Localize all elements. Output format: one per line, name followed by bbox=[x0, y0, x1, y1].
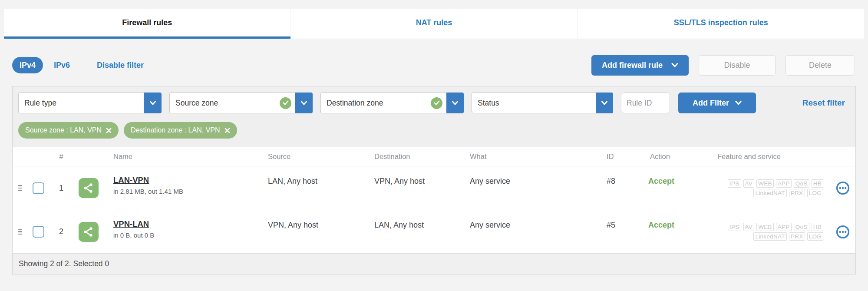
add-filter-label: Add Filter bbox=[693, 99, 729, 108]
rule-id-cell: #5 bbox=[603, 210, 647, 230]
traffic-share-icon bbox=[79, 178, 99, 198]
chip-label: Source zone : LAN, VPN bbox=[25, 126, 102, 134]
filter-applied-check-icon bbox=[280, 97, 291, 109]
close-icon[interactable] bbox=[224, 128, 230, 133]
feature-badge: AV bbox=[743, 179, 755, 188]
drag-handle[interactable] bbox=[13, 226, 27, 238]
rule-name-link[interactable]: LAN-VPN bbox=[113, 175, 149, 185]
feature-and-service-cell: IPS AV WEB APP QoS HB LinkedNAT PRX LOG bbox=[714, 179, 855, 197]
ellipsis-menu-icon bbox=[835, 225, 850, 239]
ipv6-toggle[interactable]: IPv6 bbox=[54, 61, 70, 70]
row-menu-button[interactable] bbox=[835, 225, 850, 239]
source-zone-filter-dropdown[interactable]: Source zone bbox=[169, 93, 313, 113]
destination-cell: VPN, Any host bbox=[371, 166, 466, 186]
dropdown-value: Destination zone bbox=[320, 93, 446, 113]
feature-badges: IPS AV WEB APP QoS HB LinkedNAT PRX LOG bbox=[714, 179, 823, 197]
disable-filter-link[interactable]: Disable filter bbox=[97, 61, 144, 70]
rule-traffic-stats: in 2.81 MB, out 1.41 MB bbox=[113, 188, 264, 195]
dropdown-open-button[interactable] bbox=[144, 93, 162, 113]
feature-badge: LinkedNAT bbox=[753, 189, 786, 197]
tab-label: NAT rules bbox=[416, 18, 452, 27]
header-name: Name bbox=[104, 152, 264, 161]
rule-icon-cell bbox=[73, 222, 104, 242]
row-menu-button[interactable] bbox=[835, 181, 850, 195]
tab-nat-rules[interactable]: NAT rules bbox=[290, 9, 578, 39]
dropdown-open-button[interactable] bbox=[295, 93, 313, 113]
chip-label: Destination zone : LAN, VPN bbox=[131, 126, 220, 134]
ellipsis-menu-icon bbox=[835, 181, 850, 195]
dropdown-label: Rule type bbox=[24, 99, 56, 108]
source-cell: LAN, Any host bbox=[264, 166, 371, 186]
row-number: 1 bbox=[49, 184, 73, 193]
header-number: # bbox=[49, 152, 73, 161]
drag-handle-icon bbox=[17, 182, 24, 194]
reset-filter-link[interactable]: Reset filter bbox=[802, 98, 845, 108]
feature-badge: LinkedNAT bbox=[753, 232, 786, 241]
feature-badge: HB bbox=[812, 223, 823, 231]
destination-zone-filter-chip[interactable]: Destination zone : LAN, VPN bbox=[124, 122, 237, 139]
dropdown-label: Destination zone bbox=[327, 99, 383, 108]
header-destination: Destination bbox=[371, 152, 466, 161]
dropdown-label: Status bbox=[478, 99, 499, 108]
feature-badge: PRX bbox=[789, 232, 805, 241]
add-firewall-rule-button[interactable]: Add firewall rule bbox=[591, 55, 689, 76]
table-row: 2 VPN-LAN in 0 B, out 0 B VPN, Any host … bbox=[13, 210, 855, 253]
source-cell: VPN, Any host bbox=[264, 210, 371, 230]
dropdown-open-button[interactable] bbox=[596, 93, 613, 113]
tab-ssl-tls-inspection-rules[interactable]: SSL/TLS inspection rules bbox=[577, 9, 864, 39]
dropdown-open-button[interactable] bbox=[446, 93, 464, 113]
rule-name-cell: VPN-LAN in 0 B, out 0 B bbox=[104, 210, 264, 239]
feature-badge: WEB bbox=[756, 223, 774, 231]
dropdown-value: Source zone bbox=[169, 93, 295, 113]
feature-badge: LOG bbox=[807, 189, 823, 197]
row-checkbox[interactable] bbox=[33, 226, 44, 238]
add-filter-button[interactable]: Add Filter bbox=[678, 93, 756, 113]
feature-badges: IPS AV WEB APP QoS HB LinkedNAT PRX LOG bbox=[714, 223, 823, 241]
row-checkbox[interactable] bbox=[33, 182, 44, 194]
chevron-down-icon bbox=[671, 63, 678, 67]
chevron-down-icon bbox=[301, 101, 307, 105]
feature-badge: AV bbox=[743, 223, 755, 231]
ipv4-toggle[interactable]: IPv4 bbox=[12, 57, 43, 73]
filter-bar: Rule type Source zone bbox=[13, 86, 855, 147]
firewall-rules-panel: Rule type Source zone bbox=[12, 86, 856, 274]
what-cell: Any service bbox=[466, 166, 603, 186]
chevron-down-icon bbox=[452, 101, 458, 105]
header-source: Source bbox=[264, 152, 371, 161]
rule-id-input[interactable] bbox=[621, 93, 670, 113]
rule-type-filter-dropdown[interactable]: Rule type bbox=[18, 93, 162, 113]
rule-traffic-stats: in 0 B, out 0 B bbox=[113, 231, 264, 239]
tab-label: SSL/TLS inspection rules bbox=[674, 18, 768, 27]
rule-name-link[interactable]: VPN-LAN bbox=[113, 219, 149, 229]
disable-button[interactable]: Disable bbox=[699, 55, 776, 76]
active-filter-chips: Source zone : LAN, VPN Destination zone … bbox=[18, 122, 849, 139]
rule-icon-cell bbox=[73, 178, 104, 198]
add-firewall-rule-label: Add firewall rule bbox=[602, 61, 663, 70]
table-header-row: # Name Source Destination What ID Action… bbox=[13, 147, 855, 166]
feature-badge: WEB bbox=[756, 179, 774, 188]
close-icon[interactable] bbox=[106, 128, 112, 133]
firewall-rules-page: Firewall rules NAT rules SSL/TLS inspect… bbox=[0, 9, 868, 291]
dropdown-value: Status bbox=[472, 93, 596, 113]
destination-zone-filter-dropdown[interactable]: Destination zone bbox=[320, 93, 464, 113]
source-zone-filter-chip[interactable]: Source zone : LAN, VPN bbox=[18, 122, 119, 139]
drag-handle[interactable] bbox=[13, 182, 27, 194]
row-number: 2 bbox=[49, 227, 73, 236]
header-what: What bbox=[466, 152, 603, 161]
row-select-cell bbox=[27, 182, 49, 194]
delete-button[interactable]: Delete bbox=[785, 55, 855, 76]
header-feature-and-service: Feature and service bbox=[714, 152, 855, 161]
feature-badge: QoS bbox=[794, 179, 809, 188]
tab-firewall-rules[interactable]: Firewall rules bbox=[4, 9, 290, 39]
row-count-status: Showing 2 of 2. Selected 0 bbox=[19, 259, 109, 268]
feature-badge: APP bbox=[776, 179, 792, 188]
header-id: ID bbox=[603, 152, 647, 161]
rule-name-cell: LAN-VPN in 2.81 MB, out 1.41 MB bbox=[104, 166, 264, 195]
feature-badge: HB bbox=[812, 179, 823, 188]
feature-badge: PRX bbox=[789, 189, 805, 197]
traffic-share-icon bbox=[79, 222, 99, 242]
feature-badge: IPS bbox=[728, 179, 741, 188]
chevron-down-icon bbox=[735, 101, 742, 105]
feature-badge: IPS bbox=[728, 223, 741, 231]
status-filter-dropdown[interactable]: Status bbox=[472, 93, 613, 113]
